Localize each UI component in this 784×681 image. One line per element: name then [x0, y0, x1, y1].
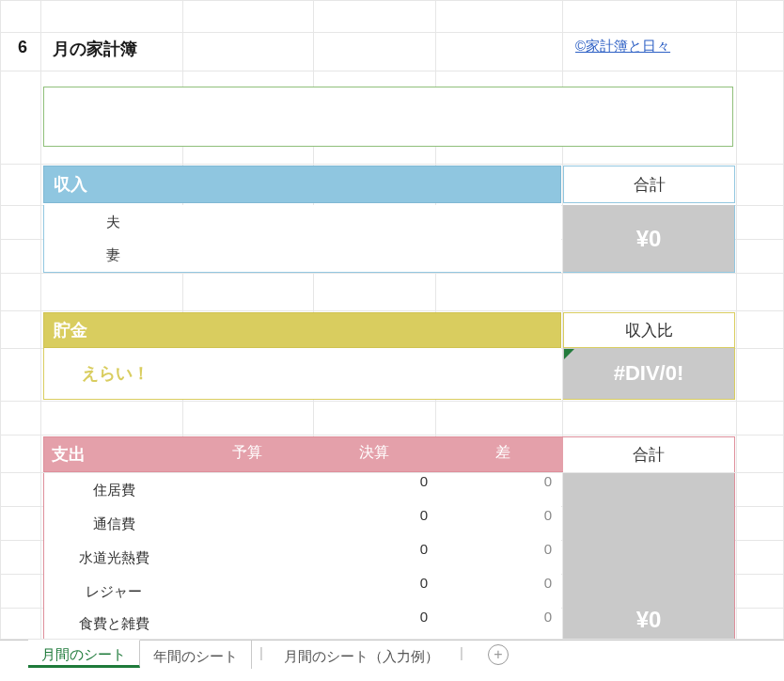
error-indicator-icon[interactable]: [564, 349, 574, 359]
expense-row[interactable]: 通信費 0 0: [43, 507, 561, 541]
expense-heading: 支出: [52, 443, 86, 466]
expense-row[interactable]: 食費と雑費 0 0: [43, 609, 561, 639]
expense-category: レジャー: [44, 575, 183, 609]
expense-total-value: ¥0: [563, 607, 734, 633]
credit-link[interactable]: ©家計簿と日々: [568, 38, 678, 55]
income-total-label: 合計: [563, 166, 735, 203]
expense-diff: 0: [437, 541, 561, 557]
add-sheet-button[interactable]: +: [488, 644, 509, 665]
expense-actual[interactable]: 0: [317, 609, 437, 625]
sheet-tab-bar: 月間のシート 年間のシート | 月間のシート（入力例） | +: [0, 640, 784, 681]
sheet-tab-monthly[interactable]: 月間のシート: [28, 640, 140, 668]
expense-total-box: ¥0: [563, 473, 735, 639]
income-row-wife-cells[interactable]: [182, 239, 561, 273]
expense-col-diff: 差: [495, 443, 510, 463]
income-row-husband[interactable]: 夫: [43, 205, 182, 239]
expense-diff: 0: [437, 609, 561, 625]
spreadsheet-grid[interactable]: 6 月の家計簿 ©家計簿と日々 収入 合計 夫 妻 ¥0 貯金 収入比 えらい！…: [0, 0, 784, 640]
expense-actual[interactable]: 0: [317, 541, 437, 557]
expense-actual[interactable]: 0: [317, 575, 437, 591]
expense-category: 住居費: [44, 473, 183, 507]
plus-icon: +: [494, 647, 502, 662]
expense-category: 水道光熱費: [44, 541, 183, 575]
savings-heading: 貯金: [43, 312, 561, 348]
expense-col-budget: 予算: [232, 443, 262, 463]
sheet-tab-yearly[interactable]: 年間のシート: [140, 641, 252, 669]
note-banner[interactable]: [43, 87, 733, 147]
expense-diff: 0: [437, 473, 561, 489]
expense-col-actual: 決算: [359, 443, 389, 463]
income-row-husband-cells[interactable]: [182, 205, 561, 239]
savings-ratio-label: 収入比: [563, 312, 735, 348]
tab-separator: |: [452, 641, 471, 660]
page-title: 月の家計簿: [45, 38, 145, 60]
expense-row[interactable]: 水道光熱費 0 0: [43, 541, 561, 575]
expense-actual[interactable]: 0: [317, 507, 437, 523]
savings-ratio-value: #DIV/0!: [563, 348, 735, 400]
savings-praise[interactable]: えらい！: [43, 348, 561, 400]
tab-separator: |: [252, 641, 271, 660]
expense-row[interactable]: 住居費 0 0: [43, 473, 561, 507]
month-number[interactable]: 6: [10, 38, 35, 57]
expense-total-label: 合計: [563, 436, 735, 472]
expense-diff: 0: [437, 575, 561, 591]
sheet-tab-example[interactable]: 月間のシート（入力例）: [271, 641, 452, 669]
expense-category: 食費と雑費: [44, 609, 183, 639]
expense-actual[interactable]: 0: [317, 473, 437, 489]
income-row-wife[interactable]: 妻: [43, 239, 182, 273]
income-heading: 収入: [43, 166, 561, 203]
expense-diff: 0: [437, 507, 561, 523]
income-total-value: ¥0: [563, 205, 735, 273]
expense-category: 通信費: [44, 507, 183, 541]
expense-row[interactable]: レジャー 0 0: [43, 575, 561, 609]
